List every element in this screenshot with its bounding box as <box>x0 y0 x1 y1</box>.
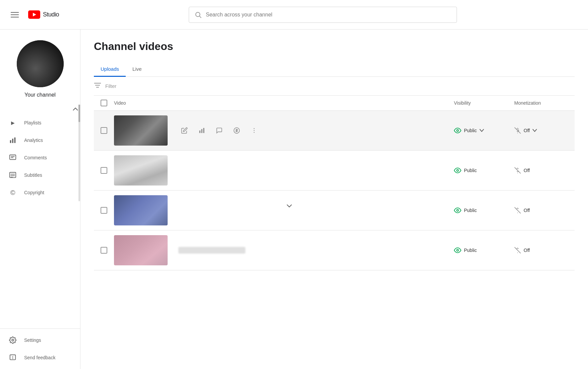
svg-point-17 <box>13 358 13 359</box>
row3-monetization-label: Off <box>524 208 530 213</box>
row1-checkbox[interactable] <box>101 127 107 134</box>
more-options-button[interactable] <box>248 124 260 137</box>
svg-rect-6 <box>14 138 16 143</box>
row2-checkbox-col <box>94 167 114 174</box>
sidebar-item-copyright-label: Copyright <box>24 190 44 195</box>
hamburger-menu-button[interactable] <box>8 8 21 21</box>
row3-visibility-label: Public <box>464 208 477 213</box>
dollar-off-icon <box>514 127 521 134</box>
table-row: Public Off <box>94 230 575 270</box>
main-layout: Your channel ▶ Playlists <box>0 30 588 369</box>
row1-content <box>114 115 454 146</box>
svg-point-31 <box>457 169 459 171</box>
table-row: Public Off <box>94 111 575 151</box>
svg-point-33 <box>457 209 459 211</box>
row2-visibility-label: Public <box>464 168 477 173</box>
row3-checkbox-col <box>94 207 114 214</box>
row1-checkbox-col <box>94 127 114 134</box>
row1-thumbnail <box>114 115 168 146</box>
row1-monetization-dropdown[interactable] <box>532 128 537 133</box>
svg-line-32 <box>515 167 521 173</box>
row3-monetization: Off <box>514 207 575 214</box>
table-row: Public Off <box>94 191 575 230</box>
row3-thumb-image <box>114 195 168 225</box>
row4-checkbox[interactable] <box>101 247 107 254</box>
row4-monetization-label: Off <box>524 248 530 253</box>
scroll-down-button[interactable] <box>0 202 80 210</box>
tabs-row: Uploads Live <box>94 62 575 77</box>
sidebar-item-settings[interactable]: Settings <box>0 331 80 349</box>
row1-monetization: Off <box>514 127 575 134</box>
filter-label: Filter <box>105 83 116 89</box>
svg-rect-22 <box>201 129 202 133</box>
subtitles-icon <box>8 170 17 180</box>
content-area: Channel videos Uploads Live Filter Video <box>80 30 588 369</box>
svg-point-14 <box>12 339 14 341</box>
row2-monetization-label: Off <box>524 168 530 173</box>
hamburger-line-2 <box>11 14 19 15</box>
dollar-off-icon <box>514 167 521 174</box>
row4-blurred-title <box>178 247 245 254</box>
monetize-button[interactable] <box>231 124 243 137</box>
header-visibility-col: Visibility <box>454 100 514 106</box>
youtube-logo-icon <box>28 10 40 19</box>
search-input[interactable] <box>206 12 451 18</box>
row3-checkbox[interactable] <box>101 207 107 214</box>
sidebar-item-analytics[interactable]: Analytics <box>0 131 80 149</box>
avatar[interactable] <box>17 40 64 87</box>
scroll-up-button[interactable] <box>73 105 78 113</box>
select-all-checkbox[interactable] <box>101 100 107 106</box>
edit-button[interactable] <box>178 124 190 137</box>
svg-line-3 <box>199 16 201 18</box>
copyright-icon: © <box>8 188 17 197</box>
playlists-arrow-icon: ▶ <box>8 118 17 127</box>
channel-name: Your channel <box>24 92 56 98</box>
analytics-button[interactable] <box>196 124 208 137</box>
row2-checkbox[interactable] <box>101 167 107 174</box>
row4-monetization: Off <box>514 247 575 254</box>
app-header: Studio <box>0 0 588 30</box>
svg-point-27 <box>254 130 255 131</box>
sidebar-item-subtitles-label: Subtitles <box>24 172 42 178</box>
sidebar: Your channel ▶ Playlists <box>0 30 80 369</box>
row1-visibility-dropdown[interactable] <box>479 128 484 133</box>
sidebar-item-copyright[interactable]: © Copyright <box>0 184 80 201</box>
row1-thumb-image <box>114 115 168 146</box>
row2-thumbnail <box>114 155 168 186</box>
sidebar-item-settings-label: Settings <box>24 337 41 343</box>
row2-thumb-image <box>114 155 168 186</box>
tab-live[interactable]: Live <box>126 62 149 77</box>
studio-label: Studio <box>43 11 59 18</box>
logo-container[interactable]: Studio <box>28 10 59 19</box>
comments-button[interactable] <box>213 124 225 137</box>
hamburger-line-3 <box>11 17 19 17</box>
sidebar-bottom: Settings Send feedback <box>0 323 80 369</box>
filter-row: Filter <box>94 77 575 96</box>
row3-visibility: Public <box>454 207 514 214</box>
row1-action-icons <box>178 124 260 137</box>
header-monetization-col: Monetization <box>514 100 575 106</box>
sidebar-item-send-feedback[interactable]: Send feedback <box>0 349 80 366</box>
svg-rect-4 <box>10 140 11 143</box>
row4-thumb-image <box>114 235 168 265</box>
svg-point-28 <box>254 132 255 133</box>
row2-content <box>114 155 454 186</box>
sidebar-item-playlists[interactable]: ▶ Playlists <box>0 114 80 131</box>
sidebar-item-subtitles[interactable]: Subtitles <box>0 166 80 184</box>
eye-icon <box>454 247 461 254</box>
row4-content <box>114 235 454 265</box>
row3-content <box>114 195 454 225</box>
tab-uploads[interactable]: Uploads <box>94 62 126 77</box>
svg-rect-23 <box>203 128 204 133</box>
svg-rect-10 <box>10 172 16 178</box>
settings-icon <box>8 335 17 345</box>
row1-visibility-label: Public <box>464 128 477 133</box>
send-feedback-icon <box>8 353 17 362</box>
analytics-icon <box>8 136 17 145</box>
avatar-image <box>17 40 64 87</box>
svg-point-29 <box>457 129 459 131</box>
sidebar-item-comments[interactable]: Comments <box>0 149 80 166</box>
row4-thumbnail <box>114 235 168 265</box>
row4-checkbox-col <box>94 247 114 254</box>
row4-visibility: Public <box>454 247 514 254</box>
